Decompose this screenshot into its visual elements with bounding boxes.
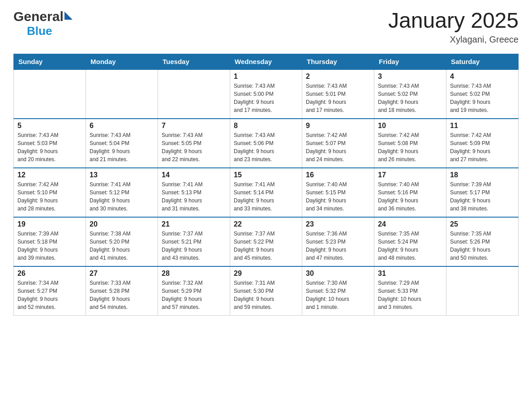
logo-blue-text: Blue (27, 24, 52, 38)
table-row: 15Sunrise: 7:41 AMSunset: 5:14 PMDayligh… (230, 168, 302, 217)
calendar-table: Sunday Monday Tuesday Wednesday Thursday… (13, 54, 519, 316)
day-number: 27 (90, 270, 154, 278)
day-info: Sunrise: 7:41 AMSunset: 5:13 PMDaylight:… (162, 180, 226, 213)
table-row: 19Sunrise: 7:39 AMSunset: 5:18 PMDayligh… (14, 217, 86, 266)
table-row: 12Sunrise: 7:42 AMSunset: 5:10 PMDayligh… (14, 168, 86, 217)
logo-line2: Blue (27, 24, 52, 38)
logo: General Blue (13, 9, 73, 38)
day-info: Sunrise: 7:43 AMSunset: 5:01 PMDaylight:… (306, 82, 370, 114)
day-number: 19 (17, 220, 82, 228)
day-number: 23 (306, 220, 370, 228)
table-row: 11Sunrise: 7:42 AMSunset: 5:09 PMDayligh… (446, 119, 519, 168)
table-row: 2Sunrise: 7:43 AMSunset: 5:01 PMDaylight… (302, 69, 374, 119)
day-number: 9 (306, 122, 370, 130)
day-info: Sunrise: 7:43 AMSunset: 5:04 PMDaylight:… (90, 131, 154, 163)
day-number: 18 (450, 171, 515, 179)
table-row: 10Sunrise: 7:42 AMSunset: 5:08 PMDayligh… (374, 119, 446, 168)
day-info: Sunrise: 7:32 AMSunset: 5:29 PMDaylight:… (162, 279, 226, 311)
day-number: 16 (306, 171, 370, 179)
day-number: 30 (306, 270, 370, 278)
day-number: 6 (90, 122, 154, 130)
table-row (86, 69, 158, 119)
day-info: Sunrise: 7:43 AMSunset: 5:03 PMDaylight:… (17, 131, 82, 163)
day-info: Sunrise: 7:42 AMSunset: 5:10 PMDaylight:… (17, 180, 82, 213)
day-number: 24 (378, 220, 442, 228)
day-number: 11 (450, 122, 515, 130)
col-saturday: Saturday (446, 54, 519, 69)
main-title: January 2025 (388, 9, 519, 33)
calendar-week-row: 1Sunrise: 7:43 AMSunset: 5:00 PMDaylight… (14, 69, 519, 119)
calendar-week-row: 12Sunrise: 7:42 AMSunset: 5:10 PMDayligh… (14, 168, 519, 217)
page-header: General Blue January 2025 Xylagani, Gree… (13, 9, 519, 45)
logo-arrow-icon (64, 12, 73, 20)
day-number: 4 (450, 73, 515, 81)
day-info: Sunrise: 7:42 AMSunset: 5:08 PMDaylight:… (378, 131, 442, 163)
table-row: 14Sunrise: 7:41 AMSunset: 5:13 PMDayligh… (158, 168, 230, 217)
day-info: Sunrise: 7:36 AMSunset: 5:23 PMDaylight:… (306, 230, 370, 262)
day-number: 8 (234, 122, 298, 130)
table-row: 17Sunrise: 7:40 AMSunset: 5:16 PMDayligh… (374, 168, 446, 217)
table-row: 25Sunrise: 7:35 AMSunset: 5:26 PMDayligh… (446, 217, 519, 266)
day-info: Sunrise: 7:38 AMSunset: 5:20 PMDaylight:… (90, 230, 154, 262)
table-row: 9Sunrise: 7:42 AMSunset: 5:07 PMDaylight… (302, 119, 374, 168)
day-info: Sunrise: 7:39 AMSunset: 5:17 PMDaylight:… (450, 180, 515, 213)
day-info: Sunrise: 7:37 AMSunset: 5:22 PMDaylight:… (234, 230, 298, 262)
day-number: 15 (234, 171, 298, 179)
day-info: Sunrise: 7:41 AMSunset: 5:14 PMDaylight:… (234, 180, 298, 213)
table-row: 28Sunrise: 7:32 AMSunset: 5:29 PMDayligh… (158, 266, 230, 316)
day-info: Sunrise: 7:42 AMSunset: 5:09 PMDaylight:… (450, 131, 515, 163)
title-block: January 2025 Xylagani, Greece (388, 9, 519, 45)
table-row: 29Sunrise: 7:31 AMSunset: 5:30 PMDayligh… (230, 266, 302, 316)
day-number: 26 (17, 270, 82, 278)
calendar-header-row: Sunday Monday Tuesday Wednesday Thursday… (14, 54, 519, 69)
col-sunday: Sunday (14, 54, 86, 69)
day-info: Sunrise: 7:43 AMSunset: 5:02 PMDaylight:… (378, 82, 442, 114)
table-row: 6Sunrise: 7:43 AMSunset: 5:04 PMDaylight… (86, 119, 158, 168)
day-number: 17 (378, 171, 442, 179)
table-row: 22Sunrise: 7:37 AMSunset: 5:22 PMDayligh… (230, 217, 302, 266)
table-row: 31Sunrise: 7:29 AMSunset: 5:33 PMDayligh… (374, 266, 446, 316)
col-tuesday: Tuesday (158, 54, 230, 69)
table-row: 23Sunrise: 7:36 AMSunset: 5:23 PMDayligh… (302, 217, 374, 266)
day-info: Sunrise: 7:39 AMSunset: 5:18 PMDaylight:… (17, 230, 82, 262)
calendar-week-row: 19Sunrise: 7:39 AMSunset: 5:18 PMDayligh… (14, 217, 519, 266)
col-monday: Monday (86, 54, 158, 69)
table-row: 4Sunrise: 7:43 AMSunset: 5:02 PMDaylight… (446, 69, 519, 119)
table-row: 13Sunrise: 7:41 AMSunset: 5:12 PMDayligh… (86, 168, 158, 217)
calendar-week-row: 5Sunrise: 7:43 AMSunset: 5:03 PMDaylight… (14, 119, 519, 168)
day-number: 31 (378, 270, 442, 278)
day-number: 10 (378, 122, 442, 130)
table-row: 3Sunrise: 7:43 AMSunset: 5:02 PMDaylight… (374, 69, 446, 119)
day-number: 12 (17, 171, 82, 179)
day-number: 21 (162, 220, 226, 228)
day-info: Sunrise: 7:43 AMSunset: 5:05 PMDaylight:… (162, 131, 226, 163)
day-info: Sunrise: 7:42 AMSunset: 5:07 PMDaylight:… (306, 131, 370, 163)
table-row: 30Sunrise: 7:30 AMSunset: 5:32 PMDayligh… (302, 266, 374, 316)
day-number: 5 (17, 122, 82, 130)
day-info: Sunrise: 7:40 AMSunset: 5:16 PMDaylight:… (378, 180, 442, 213)
day-number: 28 (162, 270, 226, 278)
day-info: Sunrise: 7:29 AMSunset: 5:33 PMDaylight:… (378, 279, 442, 311)
day-info: Sunrise: 7:34 AMSunset: 5:27 PMDaylight:… (17, 279, 82, 311)
day-number: 14 (162, 171, 226, 179)
day-number: 7 (162, 122, 226, 130)
table-row (158, 69, 230, 119)
logo-line1: General (13, 9, 73, 24)
day-info: Sunrise: 7:43 AMSunset: 5:00 PMDaylight:… (234, 82, 298, 114)
day-number: 22 (234, 220, 298, 228)
table-row: 24Sunrise: 7:35 AMSunset: 5:24 PMDayligh… (374, 217, 446, 266)
table-row (14, 69, 86, 119)
table-row: 1Sunrise: 7:43 AMSunset: 5:00 PMDaylight… (230, 69, 302, 119)
day-number: 29 (234, 270, 298, 278)
table-row: 5Sunrise: 7:43 AMSunset: 5:03 PMDaylight… (14, 119, 86, 168)
table-row: 20Sunrise: 7:38 AMSunset: 5:20 PMDayligh… (86, 217, 158, 266)
day-number: 2 (306, 73, 370, 81)
day-info: Sunrise: 7:33 AMSunset: 5:28 PMDaylight:… (90, 279, 154, 311)
day-info: Sunrise: 7:35 AMSunset: 5:26 PMDaylight:… (450, 230, 515, 262)
day-number: 25 (450, 220, 515, 228)
day-info: Sunrise: 7:35 AMSunset: 5:24 PMDaylight:… (378, 230, 442, 262)
logo-general-text: General (13, 9, 64, 24)
day-info: Sunrise: 7:30 AMSunset: 5:32 PMDaylight:… (306, 279, 370, 311)
day-info: Sunrise: 7:43 AMSunset: 5:06 PMDaylight:… (234, 131, 298, 163)
day-number: 3 (378, 73, 442, 81)
